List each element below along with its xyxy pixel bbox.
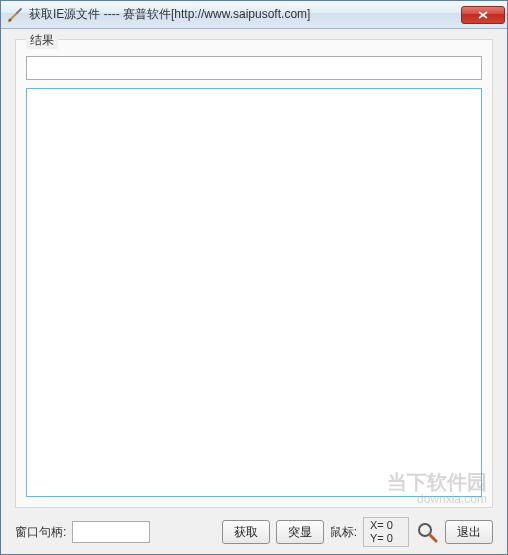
application-window: 获取IE源文件 ---- 赛普软件[http://www.saipusoft.c… — [0, 0, 508, 555]
mouse-y: Y= 0 — [370, 532, 402, 545]
highlight-button[interactable]: 突显 — [276, 520, 324, 544]
result-input[interactable] — [26, 56, 482, 80]
window-handle-input[interactable] — [72, 521, 150, 543]
window-title: 获取IE源文件 ---- 赛普软件[http://www.saipusoft.c… — [29, 6, 461, 23]
source-textarea-wrap — [26, 88, 482, 497]
handle-label: 窗口句柄: — [15, 524, 66, 541]
titlebar[interactable]: 获取IE源文件 ---- 赛普软件[http://www.saipusoft.c… — [1, 1, 507, 29]
mouse-label: 鼠标: — [330, 524, 357, 541]
close-button[interactable] — [461, 6, 505, 24]
mouse-x: X= 0 — [370, 519, 402, 532]
mouse-coordinates: X= 0 Y= 0 — [363, 517, 409, 547]
result-group-label: 结果 — [26, 32, 58, 49]
source-textarea[interactable] — [27, 89, 481, 496]
magnifier-icon[interactable] — [415, 520, 439, 544]
app-icon — [7, 7, 23, 23]
content-area: 结果 窗口句柄: 获取 突显 鼠标: X= 0 Y= 0 退出 — [1, 29, 507, 554]
exit-button[interactable]: 退出 — [445, 520, 493, 544]
get-button[interactable]: 获取 — [222, 520, 270, 544]
bottom-toolbar: 窗口句柄: 获取 突显 鼠标: X= 0 Y= 0 退出 — [15, 508, 493, 546]
result-group: 结果 — [15, 39, 493, 508]
svg-point-0 — [9, 18, 12, 21]
